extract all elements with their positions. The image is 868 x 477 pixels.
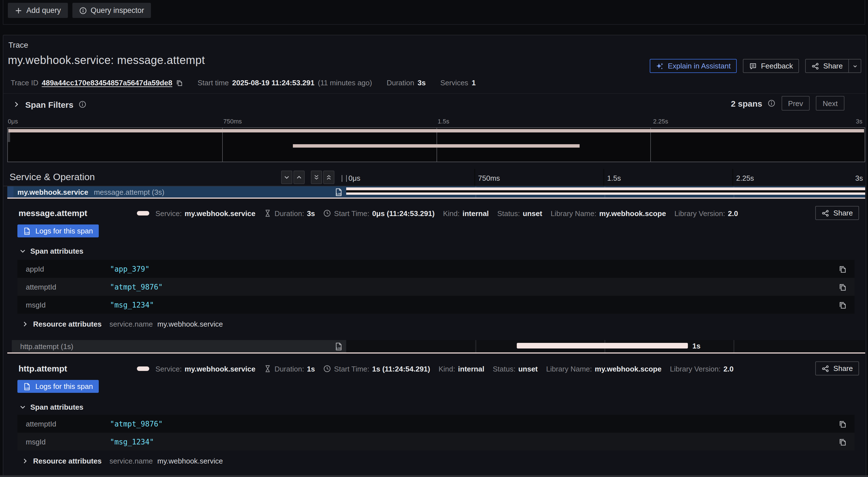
span-attributes-toggle[interactable]: Span attributes <box>19 247 83 255</box>
copy-icon[interactable] <box>176 79 183 86</box>
span-share-button[interactable]: Share <box>815 361 859 376</box>
trace-timeline-minimap[interactable] <box>7 127 865 162</box>
hourglass-icon <box>264 209 272 217</box>
field-status: Status: unset <box>493 364 537 373</box>
row-accent-underline <box>7 198 865 199</box>
field-service: Service: my.webhook.service <box>155 209 255 217</box>
span-attributes-table: attemptId "atmpt_9876" msgId "msg_1234" <box>18 415 855 451</box>
field-library-name: Library Name: my.webhook.scope <box>546 364 661 373</box>
clock-icon <box>323 209 331 217</box>
timeline-tick: 1.5s <box>607 174 621 182</box>
span-detail-header[interactable]: message.attempt Service: my.webhook.serv… <box>3 206 866 220</box>
column-divider <box>475 340 476 352</box>
timeline-tick: 750ms <box>478 174 500 182</box>
chevron-right-icon <box>21 321 29 328</box>
clock-icon <box>323 365 331 372</box>
copy-icon <box>838 301 846 309</box>
log-icon <box>23 227 31 235</box>
copy-value-button[interactable] <box>838 264 847 273</box>
copy-icon <box>838 265 846 273</box>
services-value: 1 <box>472 79 475 87</box>
start-time-label: Start time <box>197 79 229 87</box>
next-span-button[interactable]: Next <box>816 96 844 111</box>
span-row-message-attempt[interactable]: my.webhook.service message.attempt (3s) <box>7 186 865 199</box>
span-bar-cell[interactable]: 1s <box>346 340 865 352</box>
query-inspector-button[interactable]: Query inspector <box>72 3 151 18</box>
sparkles-icon <box>656 62 664 70</box>
chevron-down-icon <box>19 247 26 255</box>
explain-label: Explain in Assistant <box>668 62 731 70</box>
trace-id-value[interactable]: 489a44cc170e83454857a5647da59de8 <box>42 79 173 87</box>
chevron-down-icon <box>19 404 26 411</box>
header-divider <box>3 93 866 94</box>
column-resize-handle[interactable] <box>342 175 347 182</box>
column-divider <box>733 340 735 352</box>
explain-in-assistant-button[interactable]: Explain in Assistant <box>650 59 737 73</box>
span-duration-bar[interactable] <box>517 343 688 349</box>
duration-value: 3s <box>417 79 426 87</box>
info-icon <box>79 100 86 108</box>
span-filters-toggle[interactable]: Span Filters <box>12 97 86 112</box>
resource-attributes-toggle[interactable]: Resource attributes service.name my.webh… <box>21 320 223 328</box>
field-status: Status: unset <box>497 209 542 217</box>
span-detail-header[interactable]: http.attempt Service: my.webhook.service… <box>3 361 866 376</box>
double-chevron-up-icon <box>326 174 332 181</box>
chevron-right-icon <box>12 100 20 108</box>
collapse-all-button[interactable] <box>311 171 322 184</box>
logs-for-span-button[interactable]: Logs for this span <box>18 380 98 393</box>
share-icon <box>822 364 830 372</box>
feedback-button[interactable]: Feedback <box>743 59 799 73</box>
plus-icon <box>14 6 23 14</box>
expand-all-button[interactable] <box>323 171 334 184</box>
minimap-span-child <box>293 144 579 148</box>
logs-for-span-button[interactable]: Logs for this span <box>18 225 98 237</box>
span-logs-icon-button[interactable] <box>333 341 343 351</box>
trace-meta: Trace ID 489a44cc170e83454857a5647da59de… <box>11 79 476 87</box>
field-start-time: Start Time: 0μs (11:24:53.291) <box>323 209 435 217</box>
timeline-tick: 0μs <box>348 174 360 182</box>
comment-icon <box>749 62 757 70</box>
attribute-row: msgId "msg_1234" <box>18 296 855 314</box>
span-detail-fields: Service: my.webhook.service Duration: 1s… <box>137 361 734 376</box>
expand-one-button[interactable] <box>293 171 305 184</box>
services-group: Services 1 <box>440 79 475 87</box>
copy-value-button[interactable] <box>838 437 847 446</box>
span-name-cell[interactable]: my.webhook.service message.attempt (3s) <box>7 186 346 198</box>
span-bar-cell[interactable] <box>346 186 865 198</box>
minimap-tick: 3s <box>856 118 862 125</box>
chevron-up-icon <box>296 174 303 181</box>
copy-value-button[interactable] <box>838 282 847 291</box>
panel-title: Trace <box>8 40 28 49</box>
horizontal-scrollbar[interactable] <box>0 475 868 477</box>
start-time-group: Start time 2025-08-19 11:24:53.291 (11 m… <box>197 79 372 87</box>
trace-title: my.webhook.service: message.attempt <box>8 54 205 67</box>
span-detail-name: message.attempt <box>19 208 87 218</box>
share-dropdown-button[interactable] <box>849 59 861 73</box>
copy-value-button[interactable] <box>838 419 847 428</box>
copy-value-button[interactable] <box>838 300 847 309</box>
span-share-button[interactable]: Share <box>815 206 859 220</box>
minimap-tick: 1.5s <box>438 118 450 125</box>
resource-attributes-toggle[interactable]: Resource attributes service.name my.webh… <box>21 457 223 465</box>
attribute-row: appId "app_379" <box>18 260 855 278</box>
span-logs-icon-button[interactable] <box>333 187 343 197</box>
field-duration: Duration: 3s <box>264 209 315 217</box>
minimap-tick: 0μs <box>8 118 18 125</box>
span-attributes-toggle[interactable]: Span attributes <box>19 403 83 411</box>
info-icon <box>767 99 775 107</box>
collapse-one-button[interactable] <box>281 171 292 184</box>
attribute-key: attemptId <box>26 419 110 428</box>
feedback-label: Feedback <box>761 62 793 70</box>
share-button[interactable]: Share <box>805 59 849 73</box>
span-name-cell[interactable]: http.attempt (1s) <box>12 340 346 352</box>
attribute-value: "app_379" <box>110 265 150 273</box>
prev-span-button[interactable]: Prev <box>781 96 810 111</box>
span-duration-bar[interactable] <box>346 187 865 195</box>
span-detail-message-attempt: message.attempt Service: my.webhook.serv… <box>3 202 866 334</box>
span-row-http-attempt[interactable]: http.attempt (1s) 1s <box>7 340 865 354</box>
field-duration: Duration: 1s <box>264 364 315 373</box>
minimap-tick: 2.25s <box>653 118 668 125</box>
add-query-button[interactable]: Add query <box>8 3 68 18</box>
trace-panel: Trace my.webhook.service: message.attemp… <box>3 35 866 477</box>
chevron-right-icon <box>21 457 29 465</box>
